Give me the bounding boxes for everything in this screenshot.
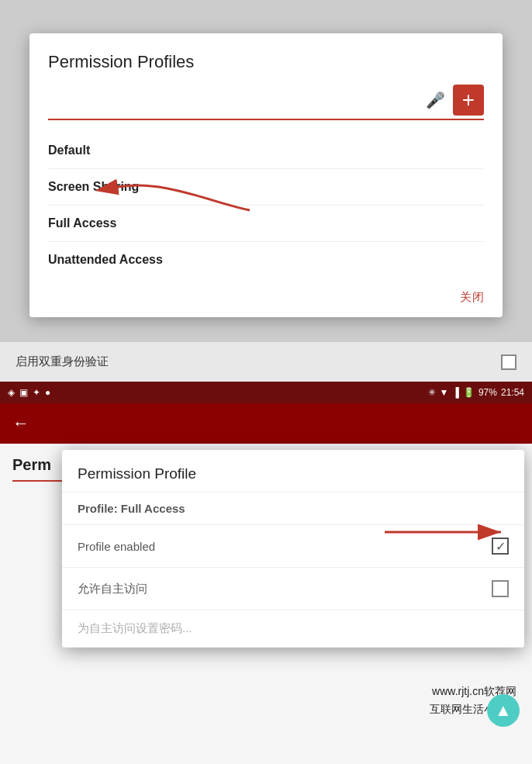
clock: 21:54: [501, 387, 524, 398]
allow-unattended-label: 允许自主访问: [78, 582, 492, 596]
perm-dialog-title: Permission Profile: [62, 450, 524, 493]
password-row: 为自主访问设置密码...: [62, 610, 524, 648]
bottom-section: ◈ ▣ ✦ ● ✳ ▼ ▐ 🔋 97% 21:54 ← Perm + Permi…: [0, 382, 532, 764]
dialog-title: Permission Profiles: [48, 52, 484, 72]
profile-enabled-row: Profile enabled ✓: [62, 525, 524, 568]
profile-item-default[interactable]: Default: [48, 133, 484, 169]
scroll-up-button[interactable]: ▲: [487, 694, 520, 727]
battery-percent: 97%: [478, 387, 497, 398]
profile-list: Default Screen Sharing Full Access Unatt…: [48, 133, 484, 278]
close-button[interactable]: 关闭: [460, 290, 484, 305]
checkbox-enable-2fa[interactable]: [501, 354, 516, 370]
search-row: 🎤 +: [48, 85, 484, 120]
dialog-footer: 关闭: [48, 284, 484, 305]
profile-enabled-label: Profile enabled: [78, 540, 492, 553]
back-icon[interactable]: ←: [12, 413, 29, 434]
status-bar: ◈ ▣ ✦ ● ✳ ▼ ▐ 🔋 97% 21:54: [0, 382, 532, 403]
dot-icon: ●: [45, 387, 50, 398]
profile-item-screen-sharing[interactable]: Screen Sharing: [48, 169, 484, 206]
screen-icon: ▣: [19, 387, 28, 398]
permission-profiles-dialog: Permission Profiles 🎤 + Default Screen S…: [29, 33, 503, 317]
add-button[interactable]: +: [453, 85, 484, 116]
wifi-status-icon: ▼: [440, 387, 449, 398]
permission-profile-dialog: Permission Profile Profile: Full Access …: [62, 450, 524, 648]
checkbox-row: 启用双重身份验证: [0, 341, 532, 382]
profile-item-unattended-access[interactable]: Unattended Access: [48, 242, 484, 278]
checkbox-label: 启用双重身份验证: [16, 354, 501, 369]
status-left: ◈ ▣ ✦ ●: [8, 387, 50, 398]
profile-enabled-checkbox[interactable]: ✓: [492, 538, 509, 555]
allow-unattended-row: 允许自主访问: [62, 568, 524, 610]
search-input[interactable]: [48, 93, 426, 107]
signal-icon: ✦: [33, 387, 40, 398]
profile-item-full-access[interactable]: Full Access: [48, 206, 484, 242]
allow-unattended-checkbox[interactable]: [492, 580, 509, 597]
mic-icon[interactable]: 🎤: [426, 91, 445, 109]
signal-bars-icon: ▐: [452, 387, 459, 398]
perm-profile-label: Profile: Full Access: [62, 493, 524, 525]
password-placeholder: 为自主访问设置密码...: [78, 621, 192, 634]
top-section: Permission Profiles 🎤 + Default Screen S…: [0, 0, 532, 382]
wifi-icon: ◈: [8, 387, 15, 398]
app-header: ←: [0, 403, 532, 444]
battery-icon: 🔋: [463, 387, 475, 398]
status-right: ✳ ▼ ▐ 🔋 97% 21:54: [428, 387, 524, 398]
bluetooth-icon: ✳: [428, 387, 436, 398]
